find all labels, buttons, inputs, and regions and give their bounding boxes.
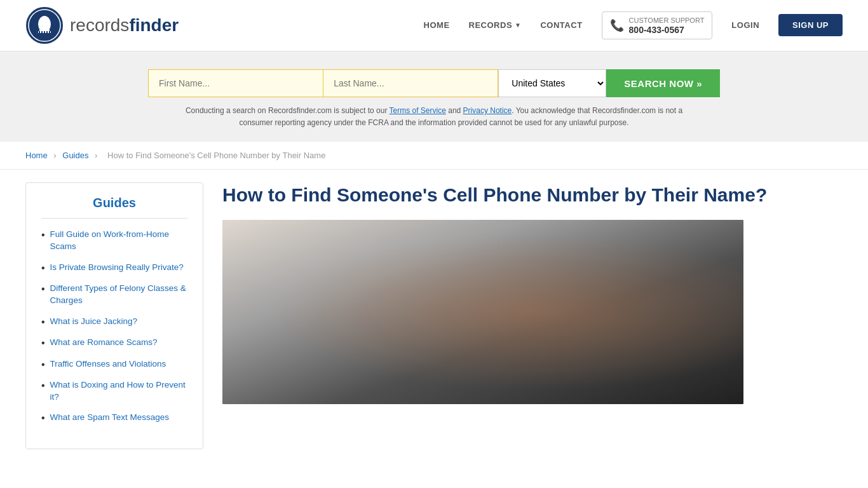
svg-rect-34	[442, 343, 515, 346]
breadcrumb-home[interactable]: Home	[25, 151, 48, 160]
list-item: What are Romance Scams?	[41, 337, 187, 349]
svg-rect-30	[442, 322, 524, 325]
list-item: Different Types of Felony Classes & Char…	[41, 283, 187, 307]
svg-rect-17	[438, 266, 540, 370]
svg-rect-25	[442, 285, 537, 295]
list-item: What is Doxing and How to Prevent it?	[41, 379, 187, 403]
svg-rect-5	[39, 31, 40, 35]
list-item: Full Guide on Work-from-Home Scams	[41, 229, 187, 253]
logo-text: recordsfinder	[70, 15, 179, 36]
nav-records[interactable]: RECORDS ▼	[469, 20, 522, 30]
sidebar-link-doxing[interactable]: What is Doxing and How to Prevent it?	[50, 379, 187, 403]
list-item: Is Private Browsing Really Private?	[41, 262, 187, 274]
breadcrumb-guides[interactable]: Guides	[62, 151, 88, 160]
svg-rect-27	[442, 305, 524, 308]
svg-text:o: o	[483, 272, 487, 281]
guides-sidebar: Guides Full Guide on Work-from-Home Scam…	[25, 182, 203, 449]
svg-rect-16	[435, 261, 543, 379]
list-item: Traffic Offenses and Violations	[41, 358, 187, 370]
svg-rect-9	[49, 31, 50, 35]
sidebar-link-private-browsing[interactable]: Is Private Browsing Really Private?	[50, 262, 184, 274]
breadcrumb-sep1: ›	[53, 151, 56, 160]
svg-point-35	[485, 373, 494, 382]
phone-icon: 📞	[610, 18, 624, 32]
support-label: CUSTOMER SUPPORT	[629, 16, 705, 25]
svg-rect-8	[46, 31, 48, 35]
svg-rect-3	[39, 29, 50, 31]
svg-rect-28	[442, 309, 518, 312]
list-item: What are Spam Text Messages	[41, 412, 187, 424]
svg-rect-7	[44, 31, 45, 35]
article-title: How to Find Someone's Cell Phone Number …	[222, 182, 843, 207]
svg-rect-11	[222, 220, 743, 404]
svg-rect-12	[222, 220, 743, 404]
country-select[interactable]: United States	[498, 69, 606, 97]
sidebar-link-juice-jacking[interactable]: What is Juice Jacking?	[50, 316, 137, 328]
sidebar-link-spam-text[interactable]: What are Spam Text Messages	[50, 412, 169, 424]
svg-rect-26	[442, 299, 531, 303]
nav-contact[interactable]: CONTACT	[540, 20, 582, 30]
sidebar-title: Guides	[41, 196, 187, 219]
main-content: Guides Full Guide on Work-from-Home Scam…	[0, 170, 868, 461]
article: How to Find Someone's Cell Phone Number …	[222, 182, 843, 449]
breadcrumb-current: How to Find Someone's Cell Phone Number …	[107, 151, 325, 160]
login-button[interactable]: LOGIN	[731, 20, 759, 30]
article-image: G o o g l e	[222, 220, 743, 404]
sidebar-link-work-scams[interactable]: Full Guide on Work-from-Home Scams	[50, 229, 187, 253]
sidebar-link-felony[interactable]: Different Types of Felony Classes & Char…	[50, 283, 187, 307]
list-item: What is Juice Jacking?	[41, 316, 187, 328]
privacy-link[interactable]: Privacy Notice	[463, 106, 512, 115]
svg-rect-15	[432, 258, 546, 382]
header: recordsfinder HOME RECORDS ▼ CONTACT 📞 C…	[0, 0, 868, 51]
search-row: United States SEARCH NOW »	[148, 69, 720, 97]
sidebar-list: Full Guide on Work-from-Home Scams Is Pr…	[41, 229, 187, 424]
svg-rect-33	[442, 339, 521, 341]
svg-text:g: g	[489, 272, 494, 281]
signup-button[interactable]: SIGN UP	[778, 14, 843, 36]
nav-home[interactable]: HOME	[424, 20, 450, 30]
first-name-input[interactable]	[148, 69, 323, 97]
svg-text:l: l	[496, 272, 498, 281]
support-phone: 800-433-0567	[629, 25, 705, 35]
logo: recordsfinder	[25, 6, 179, 44]
svg-rect-32	[442, 333, 531, 337]
logo-icon	[25, 6, 64, 44]
svg-rect-18	[442, 269, 537, 282]
sidebar-link-traffic[interactable]: Traffic Offenses and Violations	[50, 358, 166, 370]
svg-point-13	[451, 315, 604, 379]
svg-text:e: e	[500, 272, 505, 281]
svg-text:G: G	[470, 272, 476, 281]
svg-rect-31	[442, 327, 512, 329]
svg-rect-29	[442, 316, 531, 320]
svg-text:o: o	[477, 272, 481, 281]
svg-rect-6	[41, 31, 43, 35]
sidebar-link-romance-scams[interactable]: What are Romance Scams?	[50, 337, 158, 349]
breadcrumb: Home › Guides › How to Find Someone's Ce…	[0, 142, 868, 170]
support-box: 📞 CUSTOMER SUPPORT 800-433-0567	[602, 11, 713, 39]
main-nav: HOME RECORDS ▼ CONTACT 📞 CUSTOMER SUPPOR…	[424, 11, 843, 39]
terms-link[interactable]: Terms of Service	[390, 106, 446, 115]
last-name-input[interactable]	[323, 69, 498, 97]
svg-point-14	[517, 268, 588, 376]
search-button[interactable]: SEARCH NOW »	[606, 69, 720, 97]
search-notice: Conducting a search on Recordsfinder.com…	[180, 105, 688, 129]
breadcrumb-sep2: ›	[95, 151, 97, 160]
search-section: United States SEARCH NOW » Conducting a …	[0, 51, 868, 142]
